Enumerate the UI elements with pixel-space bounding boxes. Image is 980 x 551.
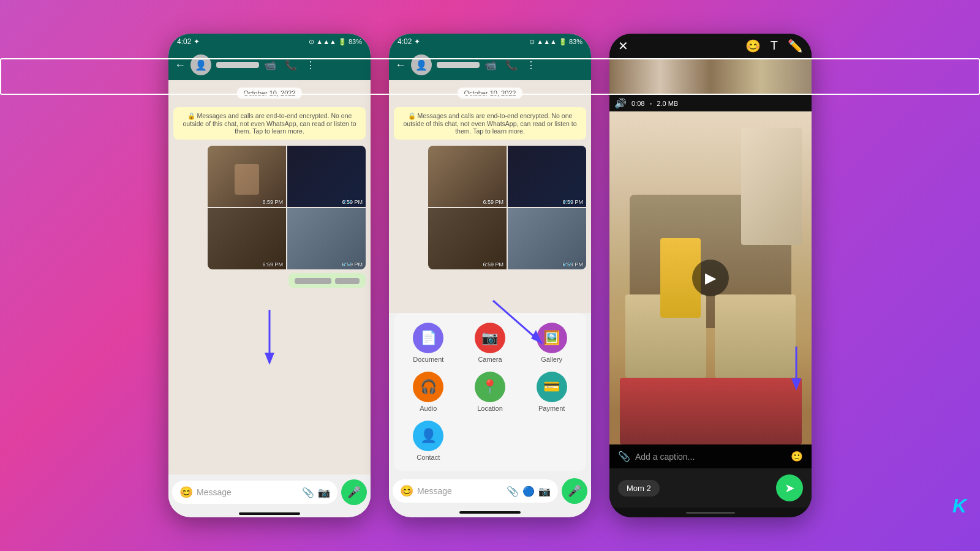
input-bar-phone1: 😊 Message 📎 📷 🎤	[168, 474, 371, 510]
wifi-icon-phone2: ✦	[414, 37, 420, 46]
play-button[interactable]: ▶	[692, 260, 729, 296]
sticker-icon[interactable]: 🙂	[791, 451, 803, 462]
contact-label: Contact	[417, 454, 440, 461]
close-icon-video[interactable]: ✕	[618, 39, 628, 53]
caption-icon: 📎	[618, 451, 630, 462]
file-size-text: 2.0 MB	[657, 100, 678, 107]
date-badge-phone2: October 10, 2022	[458, 88, 522, 99]
phone-1: 4:02 ✦ ⊙ ▲▲▲ 🔋 83% ← 👤 📹 📞 ⋮ October 10,…	[168, 34, 371, 517]
more-options-icon[interactable]: ⋮	[306, 59, 315, 71]
date-badge-phone1: October 10, 2022	[237, 88, 301, 99]
more-options-icon-phone2[interactable]: ⋮	[526, 59, 536, 71]
chat-area-phone2: October 10, 2022 🔒 Messages and calls ar…	[389, 80, 591, 313]
document-label: Document	[413, 356, 443, 363]
attach-document[interactable]: 📄 Document	[400, 323, 457, 363]
payment-icon-circle: 💳	[537, 372, 567, 402]
nav-bar-phone2	[459, 511, 521, 514]
emoji-icon-video[interactable]: 😊	[745, 39, 761, 53]
signal-icons: ⊙ ▲▲▲ 🔋	[309, 38, 347, 46]
svg-marker-3	[531, 330, 542, 343]
contact-name-phone1	[216, 62, 259, 68]
video-strip	[609, 58, 812, 95]
volume-icon[interactable]: 🔊	[614, 97, 627, 109]
camera-button-phone1[interactable]: 📷	[318, 487, 330, 498]
location-label: Location	[477, 405, 503, 412]
message-input-phone2[interactable]: 😊 Message 📎 🔵 📷	[393, 479, 558, 503]
time-phone2: 4:02	[398, 37, 412, 46]
caption-placeholder[interactable]: Add a caption...	[635, 452, 786, 462]
text-icon-video[interactable]: T	[771, 39, 778, 53]
tick-4: ✓✓	[342, 261, 352, 268]
attach-audio[interactable]: 🎧 Audio	[400, 372, 457, 412]
photo-2-phone1[interactable]: 6:59 PM ✓✓	[287, 146, 366, 207]
message-input-phone1[interactable]: 😊 Message 📎 📷	[172, 481, 337, 504]
camera-label: Camera	[478, 356, 502, 363]
header-icons-phone2: 📹 📞 ⋮	[484, 59, 536, 71]
voice-record-button[interactable]: 🔵	[522, 485, 535, 497]
signal-icons-phone2: ⊙ ▲▲▲ 🔋	[529, 38, 567, 46]
attach-contact[interactable]: 👤 Contact	[400, 421, 457, 461]
header-icons-phone1: 📹 📞 ⋮	[264, 59, 315, 71]
attach-location[interactable]: 📍 Location	[462, 372, 519, 412]
video-call-icon-phone2[interactable]: 📹	[484, 59, 497, 71]
tick-4-p2: ✓✓	[563, 261, 573, 268]
status-bar-phone1: 4:02 ✦ ⊙ ▲▲▲ 🔋 83%	[168, 34, 371, 50]
photo-1-phone1[interactable]: 6:59 PM	[208, 146, 286, 207]
separator: •	[649, 100, 652, 107]
emoji-button-phone1[interactable]: 😊	[179, 485, 193, 499]
timestamp-1: 6:59 PM	[262, 199, 283, 205]
attach-button-phone2[interactable]: 📎	[507, 485, 519, 497]
photo-4-phone2[interactable]: 6:59 PM ✓✓	[508, 208, 586, 269]
attach-button-phone1[interactable]: 📎	[302, 487, 314, 498]
duration-text: 0:08	[631, 100, 644, 107]
encryption-notice-phone2: 🔒 Messages and calls are end-to-end encr…	[394, 107, 586, 140]
contact-name-phone2	[437, 62, 480, 68]
timestamp-3-p2: 6:59 PM	[483, 261, 503, 268]
sofa-right-cushion	[715, 294, 796, 378]
emoji-button-phone2[interactable]: 😊	[400, 484, 413, 498]
video-main-area: ▶	[609, 111, 812, 444]
timestamp-1-p2: 6:59 PM	[483, 199, 503, 205]
photo-3-phone1[interactable]: 6:59 PM	[208, 208, 286, 269]
photo-grid-phone2: 6:59 PM 6:59 PM ✓✓ 6:59 PM 6:59 PM ✓✓	[428, 146, 586, 269]
phone-2: 4:02 ✦ ⊙ ▲▲▲ 🔋 83% ← 👤 📹 📞 ⋮ October 10,…	[389, 34, 591, 517]
voice-call-icon-phone2[interactable]: 📞	[505, 59, 518, 71]
tick-2: ✓✓	[342, 198, 352, 205]
photo-2-phone2[interactable]: 6:59 PM ✓✓	[508, 146, 586, 207]
down-arrow-svg-phone3	[790, 347, 802, 395]
strip-thumbnail	[609, 58, 812, 95]
arrow-phone1	[173, 310, 366, 371]
avatar-phone1: 👤	[190, 54, 211, 75]
gallery-label: Gallery	[541, 356, 562, 363]
input-placeholder-phone1: Message	[197, 487, 298, 497]
photo-1-phone2[interactable]: 6:59 PM	[428, 146, 507, 207]
send-button[interactable]: ➤	[776, 474, 803, 501]
location-icon-circle: 📍	[475, 372, 505, 402]
svg-marker-5	[791, 378, 801, 391]
down-arrow-svg-phone1	[263, 310, 276, 371]
back-button-phone2[interactable]: ←	[395, 59, 406, 72]
video-call-icon[interactable]: 📹	[264, 59, 276, 71]
nav-bar-phone3	[609, 508, 812, 517]
diagonal-arrow-svg	[487, 294, 560, 356]
voice-call-icon[interactable]: 📞	[285, 59, 297, 71]
phone-3: ✕ 😊 T ✏️ 🔊 0:08 • 2.0 MB	[609, 34, 812, 517]
pencil-icon-video[interactable]: ✏️	[788, 39, 803, 53]
status-bar-phone2: 4:02 ✦ ⊙ ▲▲▲ 🔋 83%	[389, 34, 591, 50]
document-icon-circle: 📄	[413, 323, 443, 353]
photo-3-phone2[interactable]: 6:59 PM	[428, 208, 507, 269]
photo-4-phone1[interactable]: 6:59 PM ✓✓	[287, 208, 366, 269]
photo-grid-phone1: 6:59 PM 6:59 PM ✓✓ 6:59 PM 6:59 PM ✓✓	[208, 146, 366, 269]
mic-button-phone2[interactable]: 🎤	[562, 478, 587, 504]
input-placeholder-phone2: Message	[417, 486, 503, 496]
input-bar-phone2: 😊 Message 📎 🔵 📷 🎤	[389, 473, 591, 509]
camera-button-phone2[interactable]: 📷	[538, 485, 551, 497]
wifi-icon: ✦	[194, 37, 200, 46]
recipient-label[interactable]: Mom 2	[618, 480, 660, 497]
back-button-phone1[interactable]: ←	[175, 59, 186, 72]
mic-button-phone1[interactable]: 🎤	[341, 479, 367, 505]
video-top-bar: ✕ 😊 T ✏️	[609, 34, 812, 58]
nav-bar-phone1	[239, 512, 300, 515]
attach-payment[interactable]: 💳 Payment	[523, 372, 580, 412]
chat-area-phone1: October 10, 2022 🔒 Messages and calls ar…	[168, 80, 371, 474]
